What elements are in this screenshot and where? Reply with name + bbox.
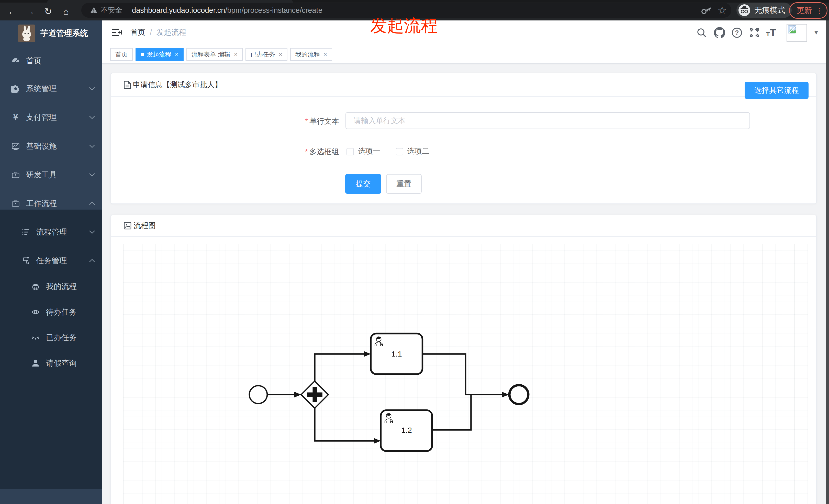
tab-process-form-edit[interactable]: 流程表单-编辑× — [186, 48, 243, 61]
bpmn-end-event[interactable] — [509, 385, 528, 404]
breadcrumb: 首页 / 发起流程 — [131, 21, 186, 44]
app-logo-avatar — [18, 25, 35, 42]
github-icon[interactable] — [714, 27, 725, 38]
tags-view-list: 首页 发起流程× 流程表单-编辑× 已办任务× 我的流程× — [110, 48, 332, 61]
sidebar-item-devtools[interactable]: 研发工具 — [0, 160, 102, 189]
face-icon — [31, 282, 40, 291]
broken-image-icon — [788, 25, 796, 34]
close-icon[interactable]: × — [234, 51, 238, 58]
document-icon — [124, 81, 131, 89]
tab-home[interactable]: 首页 — [110, 48, 133, 61]
sidebar-item-infra[interactable]: 基础设施 — [0, 132, 102, 160]
bpmn-diagram: 1.1 1.2 — [123, 244, 808, 504]
sidebar-item-workflow[interactable]: 工作流程 — [0, 189, 102, 218]
eye-closed-icon — [31, 333, 40, 342]
apply-info-card: 申请信息【测试多审批人】 选择其它流程 *单行文本 *多选框组 选项一 选项二 … — [110, 73, 817, 204]
incognito-label: 无痕模式 — [754, 5, 785, 15]
sidebar-item-leave-query[interactable]: 请假查询 — [0, 350, 102, 376]
chevron-down-icon — [89, 173, 95, 177]
breadcrumb-home[interactable]: 首页 — [131, 27, 145, 38]
browser-home-icon[interactable]: ⌂ — [58, 3, 74, 21]
close-icon[interactable]: × — [279, 51, 282, 58]
bpmn-parallel-gateway[interactable] — [301, 381, 328, 408]
search-icon[interactable] — [696, 27, 707, 38]
active-tab-dot — [141, 53, 144, 56]
sidebar-collapse-icon[interactable] — [111, 28, 122, 37]
bpmn-user-task-2[interactable]: 1.2 — [381, 410, 432, 451]
process-diagram-card: 流程图 — [110, 215, 817, 504]
browser-back-icon[interactable]: ← — [5, 3, 20, 21]
reset-button[interactable]: 重置 — [386, 174, 422, 194]
help-icon[interactable]: ? — [731, 27, 743, 38]
browser-reload-icon[interactable]: ↻ — [40, 3, 56, 21]
browser-update-button[interactable]: 更新 ⋮ — [789, 2, 827, 18]
tags-view-bar: 首页 发起流程× 流程表单-编辑× 已办任务× 我的流程× — [102, 44, 829, 64]
list-icon — [22, 228, 30, 236]
sidebar-item-home[interactable]: 首页 — [0, 46, 102, 75]
choose-other-process-button[interactable]: 选择其它流程 — [745, 82, 808, 99]
close-icon[interactable]: × — [175, 51, 178, 58]
page-scrollbar[interactable] — [826, 21, 829, 504]
not-secure-warning-icon — [90, 7, 98, 14]
sidebar-item-process-mgmt[interactable]: 流程管理 — [0, 218, 102, 246]
workflow-briefcase-icon — [11, 199, 20, 208]
task1-label: 1.1 — [391, 350, 402, 358]
url-text: dashboard.yudao.iocoder.cn/bpm/process-i… — [132, 6, 322, 14]
browser-active-tab[interactable] — [47, 0, 293, 3]
process-diagram-card-header: 流程图 — [111, 215, 816, 237]
bpmn-start-event[interactable] — [249, 386, 267, 403]
chevron-down-icon — [89, 115, 95, 119]
password-key-icon[interactable] — [700, 5, 712, 16]
avatar-caret-icon[interactable]: ▼ — [813, 26, 819, 39]
breadcrumb-current: 发起流程 — [156, 27, 186, 38]
incognito-badge: 无痕模式 — [736, 3, 792, 18]
sidebar-item-done-tasks[interactable]: 已办任务 — [0, 325, 102, 350]
required-mark: * — [305, 148, 308, 156]
monitor-chart-icon — [11, 142, 20, 151]
process-diagram-title: 流程图 — [134, 221, 156, 231]
option2-label[interactable]: 选项二 — [407, 146, 429, 156]
tab-my-process[interactable]: 我的流程× — [290, 48, 332, 61]
option2-checkbox[interactable] — [396, 148, 403, 155]
submit-button[interactable]: 提交 — [345, 174, 381, 194]
sidebar-item-payment[interactable]: ¥ 支付管理 — [0, 103, 102, 131]
sidebar-item-my-process[interactable]: 我的流程 — [0, 274, 102, 299]
task2-label: 1.2 — [401, 426, 412, 434]
app-header: 首页 / 发起流程 ? TT ▼ — [102, 21, 829, 45]
url-host: dashboard.yudao.iocoder.cn — [132, 6, 225, 14]
chevron-down-icon — [89, 144, 95, 148]
chevron-down-icon — [89, 87, 95, 91]
apply-info-card-header: 申请信息【测试多审批人】 — [111, 73, 816, 96]
single-line-text-input[interactable] — [346, 112, 750, 129]
option1-checkbox[interactable] — [347, 148, 354, 155]
breadcrumb-separator: / — [150, 28, 152, 37]
fullscreen-icon[interactable] — [749, 27, 760, 38]
security-label: 不安全 — [101, 5, 122, 15]
address-separator — [127, 6, 127, 14]
sidebar: 芋道管理系统 首页 系统管理 ¥ 支付管理 基础设施 研发工具 — [0, 21, 102, 504]
update-label: 更新 — [796, 5, 812, 16]
font-size-icon[interactable]: TT — [766, 27, 784, 38]
svg-text:?: ? — [735, 29, 739, 36]
screen: ← → ↻ ⌂ 不安全 dashboard.yudao.iocoder.cn/b… — [0, 0, 829, 504]
sidebar-item-task-mgmt[interactable]: 任务管理 — [0, 246, 102, 275]
browser-forward-icon[interactable]: → — [23, 3, 38, 21]
toolbox-icon — [11, 170, 20, 179]
sidebar-item-todo-tasks[interactable]: 待办任务 — [0, 299, 102, 325]
browser-menu-icon[interactable]: ⋮ — [816, 6, 823, 15]
close-icon[interactable]: × — [323, 51, 327, 58]
bpmn-user-task-1[interactable]: 1.1 — [371, 334, 423, 374]
text-field-label: *单行文本 — [234, 116, 339, 126]
gear-icon — [11, 84, 20, 93]
sidebar-item-system[interactable]: 系统管理 — [0, 74, 102, 103]
tab-start-process[interactable]: 发起流程× — [136, 48, 184, 61]
bpmn-canvas[interactable]: 1.1 1.2 — [123, 244, 808, 504]
chevron-down-icon — [89, 230, 95, 234]
incognito-icon — [738, 4, 750, 16]
url-path: /bpm/process-instance/create — [225, 6, 322, 14]
tab-done-tasks[interactable]: 已办任务× — [246, 48, 287, 61]
checkbox-group-label: *多选框组 — [234, 147, 339, 157]
bookmark-star-icon[interactable]: ☆ — [718, 3, 727, 17]
option1-label[interactable]: 选项一 — [358, 146, 380, 156]
user-avatar[interactable] — [787, 24, 807, 42]
